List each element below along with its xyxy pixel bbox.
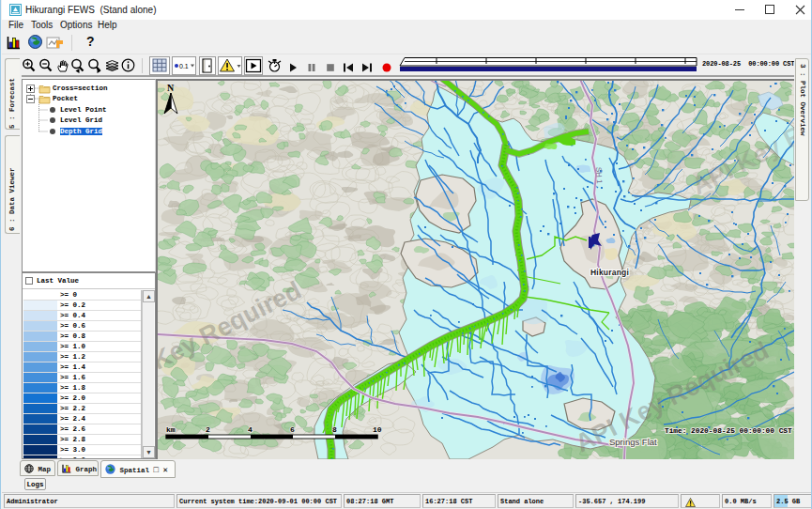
svg-text:Springs Flat: Springs Flat [609,437,657,447]
svg-text:Hikurangi: Hikurangi [590,268,629,277]
svg-text:2: 2 [206,425,210,434]
svg-text:N: N [167,83,175,93]
svg-text:0.1: 0.1 [179,63,189,69]
svg-text:4: 4 [248,425,253,434]
svg-text:SH 1: SH 1 [594,167,604,185]
svg-text:Time: 2020-08-25 00:00:00 CST: Time: 2020-08-25 00:00:00 CST [665,427,792,435]
svg-text:8: 8 [332,425,337,434]
svg-text:10: 10 [373,425,382,434]
svg-text:km: km [166,425,176,434]
svg-text:6: 6 [290,425,295,434]
